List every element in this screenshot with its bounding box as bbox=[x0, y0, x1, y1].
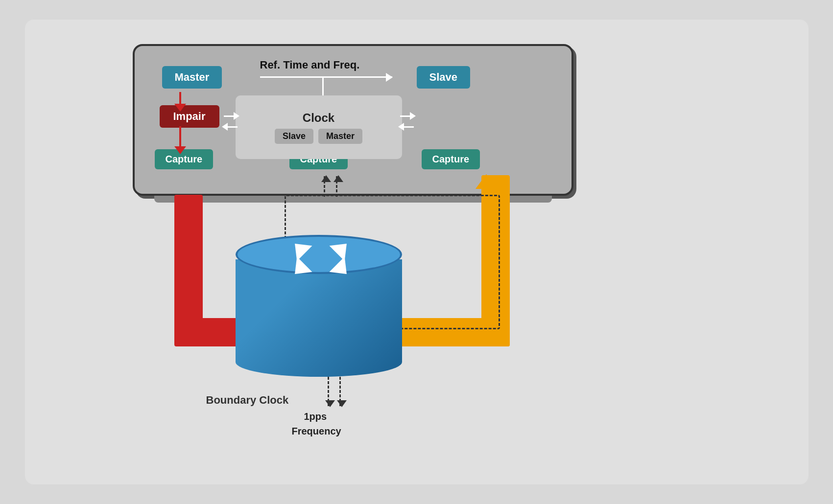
clock-arrow-in-left bbox=[224, 115, 238, 117]
frequency-label: Frequency bbox=[292, 426, 341, 437]
master-badge: Master bbox=[318, 129, 362, 144]
clock-badges: Slave Master bbox=[275, 129, 362, 144]
clock-arrow-in-right bbox=[400, 126, 414, 128]
impair-button[interactable]: Impair bbox=[160, 105, 219, 128]
capture-right-button[interactable]: Capture bbox=[422, 149, 480, 169]
cylinder-body bbox=[236, 259, 402, 377]
switch-cylinder bbox=[236, 235, 402, 377]
master-button[interactable]: Master bbox=[162, 66, 222, 89]
arrow-impair-to-capture bbox=[179, 126, 181, 153]
network-arrow-top-left bbox=[287, 236, 312, 261]
pps-label: 1pps bbox=[304, 411, 327, 422]
dotted-arrow-up-2 bbox=[336, 176, 337, 197]
slave-button[interactable]: Slave bbox=[417, 66, 471, 89]
slave-badge: Slave bbox=[275, 129, 313, 144]
dotted-arrow-down-1 bbox=[328, 377, 329, 406]
clock-arrow-out-left bbox=[224, 126, 238, 128]
main-canvas: Ref. Time and Freq. Master Slave Impair … bbox=[25, 20, 809, 484]
ref-arrow bbox=[260, 76, 392, 78]
network-arrow-top-right bbox=[329, 236, 354, 261]
dotted-arrow-down-2 bbox=[339, 377, 341, 406]
ref-time-freq-label: Ref. Time and Freq. bbox=[260, 59, 360, 71]
boundary-clock-label: Boundary Clock bbox=[206, 394, 289, 407]
clock-arrow-out-right bbox=[400, 115, 414, 117]
arrow-master-to-impair bbox=[179, 92, 181, 111]
clock-title: Clock bbox=[303, 111, 334, 125]
dotted-arrow-up-1 bbox=[324, 176, 325, 197]
clock-box: Clock Slave Master bbox=[236, 95, 402, 159]
cylinder-top bbox=[236, 235, 402, 274]
big-red-arrow-vertical bbox=[174, 195, 203, 337]
network-arrows-group bbox=[279, 242, 362, 276]
